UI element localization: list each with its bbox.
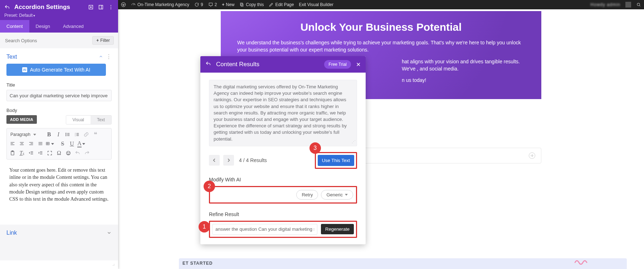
- comments-link[interactable]: 2: [208, 2, 217, 7]
- svg-point-47: [113, 265, 113, 266]
- updates-link[interactable]: 9: [194, 2, 203, 7]
- retry-button[interactable]: Retry: [296, 190, 318, 200]
- section-link-header[interactable]: Link: [0, 225, 118, 241]
- svg-point-7: [66, 133, 66, 133]
- specialchar-icon[interactable]: Ω: [55, 149, 63, 157]
- preset-selector[interactable]: Preset: Default▾: [4, 13, 114, 18]
- search-options-input[interactable]: [4, 38, 92, 44]
- outdent-icon[interactable]: [27, 149, 35, 157]
- tab-design[interactable]: Design: [29, 20, 57, 33]
- modify-with-ai-label: Modify With AI: [209, 177, 357, 182]
- svg-point-44: [69, 152, 69, 153]
- result-textbox[interactable]: The digital marketing services offered b…: [209, 80, 357, 146]
- auto-generate-ai-button[interactable]: AI Auto Generate Text With AI: [6, 64, 106, 76]
- clearformat-icon[interactable]: Tx: [18, 149, 26, 157]
- svg-point-9: [66, 134, 66, 134]
- align-center-icon[interactable]: [18, 140, 26, 148]
- editor-tab-visual[interactable]: Visual: [66, 116, 91, 124]
- align-right-icon[interactable]: [27, 140, 35, 148]
- next-result-button[interactable]: [223, 155, 234, 166]
- use-this-text-button[interactable]: Use This Text: [318, 155, 354, 166]
- editor-content-area[interactable]: Your content goes here. Edit or remove t…: [6, 160, 112, 222]
- copy-icon: [239, 2, 244, 7]
- site-link[interactable]: On-Time Marketing Agency: [131, 2, 189, 7]
- quote-icon[interactable]: ❝: [91, 131, 100, 138]
- section-more-icon[interactable]: ⋮: [106, 53, 112, 60]
- section-text-header[interactable]: Text ⋮: [6, 53, 112, 60]
- align-left-icon[interactable]: [8, 140, 17, 148]
- undo-icon[interactable]: [73, 149, 82, 157]
- callout-badge-1: 1: [199, 221, 210, 233]
- ul-icon[interactable]: [63, 131, 72, 138]
- svg-point-11: [66, 136, 66, 136]
- panel-resize-handle[interactable]: [0, 260, 118, 269]
- chevron-up-icon: [99, 54, 103, 60]
- get-started-banner[interactable]: ET STARTED: [179, 258, 627, 269]
- accordion-expand-icon[interactable]: [529, 152, 535, 159]
- more-icon[interactable]: [108, 4, 114, 10]
- search-icon[interactable]: [636, 2, 641, 7]
- emoji-icon[interactable]: [64, 149, 73, 157]
- user-greeting[interactable]: Howdy admin: [590, 2, 620, 7]
- fullscreen-icon[interactable]: [45, 149, 54, 157]
- hero-title: Unlock Your Business Potential: [237, 21, 525, 33]
- bold-icon[interactable]: B: [45, 131, 53, 138]
- svg-rect-51: [240, 3, 243, 5]
- strike-icon[interactable]: S: [58, 140, 67, 148]
- callout-1-box: 1 Regenerate: [209, 221, 357, 238]
- svg-point-52: [637, 3, 640, 5]
- regenerate-button[interactable]: Regenerate: [321, 224, 354, 234]
- add-media-button[interactable]: ADD MEDIA: [6, 115, 37, 124]
- svg-point-6: [111, 9, 111, 9]
- new-link[interactable]: +New: [222, 2, 234, 7]
- rich-text-toolbar: Paragraph B I 123 ❝ S U: [6, 128, 112, 160]
- content-results-modal: Content Results Free Trial ✕ The digital…: [200, 56, 366, 244]
- dashboard-icon: [131, 2, 136, 7]
- ai-badge-icon: AI: [22, 67, 27, 72]
- textcolor-icon[interactable]: A: [77, 140, 86, 148]
- tab-advanced[interactable]: Advanced: [57, 20, 90, 33]
- filter-button[interactable]: +Filter: [92, 36, 114, 45]
- refine-result-label: Refine Result: [209, 211, 357, 217]
- expand-icon[interactable]: [88, 4, 94, 10]
- svg-point-45: [114, 264, 114, 265]
- svg-line-53: [639, 5, 640, 6]
- close-icon[interactable]: ✕: [356, 61, 361, 68]
- dock-icon[interactable]: [98, 4, 104, 10]
- callout-3-box: 3 Use This Text: [315, 152, 357, 169]
- results-counter: 4 / 4 Results: [239, 157, 267, 163]
- svg-point-43: [67, 152, 68, 153]
- align-justify-icon[interactable]: [36, 140, 45, 148]
- title-input[interactable]: [6, 90, 112, 101]
- modal-header: Content Results Free Trial ✕: [200, 56, 366, 73]
- svg-point-5: [111, 7, 111, 8]
- refine-input[interactable]: [212, 224, 317, 235]
- copy-link[interactable]: Copy this: [239, 2, 264, 7]
- ol-icon[interactable]: 123: [73, 131, 81, 138]
- resize-handle-icon[interactable]: ⋰: [352, 139, 356, 145]
- back-icon[interactable]: [4, 4, 10, 10]
- prev-result-button[interactable]: [209, 155, 220, 166]
- table-icon[interactable]: [45, 140, 54, 148]
- link-icon[interactable]: [82, 131, 91, 138]
- get-started-label: ET STARTED: [182, 261, 213, 266]
- paste-icon[interactable]: [8, 149, 17, 157]
- wp-admin-bar: On-Time Marketing Agency 9 2 +New Copy t…: [118, 0, 644, 9]
- svg-point-1: [91, 7, 92, 8]
- indent-icon[interactable]: [36, 149, 45, 157]
- exit-builder-link[interactable]: Exit Visual Builder: [299, 2, 333, 7]
- avatar[interactable]: [625, 2, 631, 8]
- free-trial-badge[interactable]: Free Trial: [324, 60, 351, 69]
- underline-icon[interactable]: U: [68, 140, 76, 148]
- panel-title: Accordion Settings: [14, 4, 84, 11]
- edit-page-link[interactable]: Edit Page: [269, 2, 294, 7]
- modal-back-icon[interactable]: [205, 61, 211, 68]
- generic-dropdown[interactable]: Generic: [321, 190, 353, 200]
- italic-icon[interactable]: I: [54, 131, 63, 138]
- tab-content[interactable]: Content: [0, 20, 29, 33]
- format-select[interactable]: Paragraph: [8, 132, 38, 137]
- editor-tab-text[interactable]: Text: [91, 116, 111, 124]
- panel-body: +Filter Text ⋮ AI Auto Generate Text Wit…: [0, 33, 118, 260]
- redo-icon[interactable]: [83, 149, 91, 157]
- wp-logo-icon[interactable]: [121, 2, 126, 7]
